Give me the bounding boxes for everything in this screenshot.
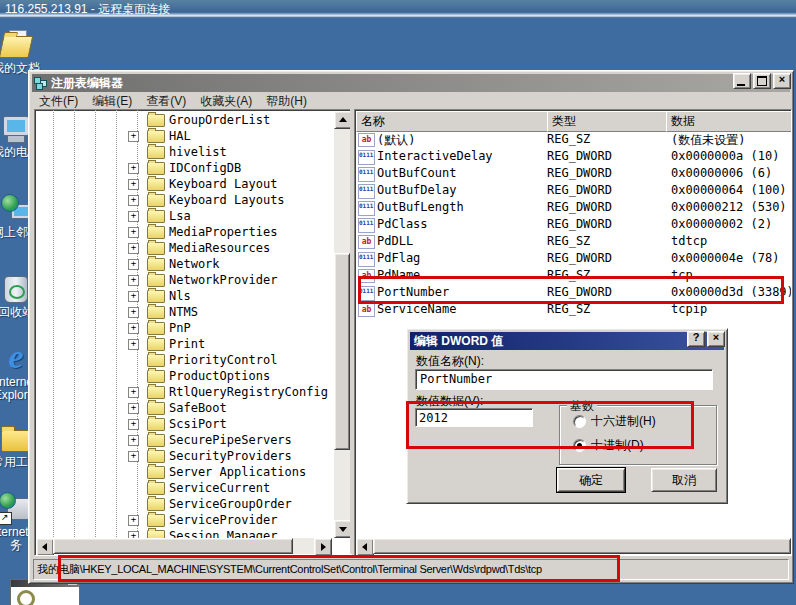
dec-radio-label: 十进制(D) — [591, 437, 644, 454]
menu-item-0[interactable]: 文件(F) — [32, 92, 85, 111]
value-row[interactable]: 011110InteractiveDelayREG_DWORD0x0000000… — [355, 148, 785, 165]
close-button[interactable]: × — [773, 73, 791, 89]
column-header-type[interactable]: 类型 — [547, 111, 667, 132]
expand-plus-icon[interactable]: + — [128, 339, 139, 350]
value-row[interactable]: abPdDLLREG_SZtdtcp — [355, 233, 785, 250]
help-button[interactable]: ? — [687, 331, 705, 347]
expand-plus-icon[interactable]: + — [128, 387, 139, 398]
scroll-left-button[interactable] — [356, 538, 374, 556]
tree-item[interactable]: +NetworkProvider — [35, 272, 325, 288]
expand-plus-icon[interactable]: + — [128, 211, 139, 222]
close-button[interactable]: × — [707, 331, 725, 347]
hex-radio-button[interactable] — [573, 415, 586, 428]
tree-item[interactable]: +Print — [35, 336, 325, 352]
tree-item[interactable]: hivelist — [35, 144, 325, 160]
tree-item[interactable]: +MediaResources — [35, 240, 325, 256]
status-path-field: 我的电脑\HKEY_LOCAL_MACHINE\SYSTEM\CurrentCo… — [33, 559, 789, 580]
registry-editor-titlebar[interactable]: 注册表编辑器 — [32, 74, 790, 92]
expand-plus-icon[interactable]: + — [128, 435, 139, 446]
tree-item[interactable]: +Lsa — [35, 208, 325, 224]
menu-item-3[interactable]: 收藏夹(A) — [193, 92, 259, 111]
tree-item[interactable]: +Keyboard Layouts — [35, 192, 325, 208]
rdp-connection-bar[interactable]: 116.255.213.91 - 远程桌面连接 — [0, 0, 796, 18]
expand-plus-icon[interactable]: + — [128, 323, 139, 334]
list-horizontal-scrollbar[interactable] — [356, 538, 790, 554]
expand-plus-icon[interactable]: + — [128, 291, 139, 302]
tree-item-label: ScsiPort — [169, 417, 227, 431]
tree-item[interactable]: +SecurityProviders — [35, 448, 325, 464]
value-row[interactable]: ab(默认)REG_SZ(数值未设置) — [355, 131, 785, 148]
value-row[interactable]: 011110PdClassREG_DWORD0x00000002 (2) — [355, 216, 785, 233]
cancel-button[interactable]: 取消 — [651, 468, 717, 492]
expand-plus-icon[interactable]: + — [128, 275, 139, 286]
value-data: 0x00000064 (100) — [671, 183, 787, 197]
tree-item[interactable]: ProductOptions — [35, 368, 325, 384]
value-row[interactable]: 011110OutBufLengthREG_DWORD0x00000212 (5… — [355, 199, 785, 216]
tree-item[interactable]: Server Applications — [35, 464, 325, 480]
tree-vscroll-thumb[interactable] — [334, 253, 350, 450]
tree-item[interactable]: GroupOrderList — [35, 112, 325, 128]
desktop-icon-folder-open[interactable]: 我的文档 — [0, 28, 48, 75]
expand-plus-icon[interactable]: + — [128, 259, 139, 270]
value-row[interactable]: 011110OutBufCountREG_DWORD0x00000006 (6) — [355, 165, 785, 182]
tree-item[interactable]: +MediaProperties — [35, 224, 325, 240]
tree-item[interactable]: +NTMS — [35, 304, 325, 320]
tree-item[interactable]: ServiceCurrent — [35, 480, 325, 496]
tree-item[interactable]: PriorityControl — [35, 352, 325, 368]
tree-item[interactable]: +PnP — [35, 320, 325, 336]
tree-item[interactable]: +Keyboard Layout — [35, 176, 325, 192]
value-name: PdFlag — [377, 251, 420, 265]
tree-item[interactable]: ServiceGroupOrder — [35, 496, 325, 512]
tree-hscroll-thumb[interactable] — [53, 538, 293, 554]
maximize-button[interactable] — [753, 73, 771, 89]
ok-button[interactable]: 确定 — [557, 468, 625, 492]
menu-item-2[interactable]: 查看(V) — [139, 92, 193, 111]
value-data: 0x00000006 (6) — [671, 166, 772, 180]
tree-item[interactable]: +IDConfigDB — [35, 160, 325, 176]
minimize-button[interactable] — [733, 73, 751, 89]
tree-horizontal-scrollbar[interactable] — [36, 538, 332, 554]
list-hscroll-thumb[interactable] — [373, 538, 791, 554]
tree-vertical-scrollbar[interactable] — [334, 111, 350, 538]
expand-plus-icon[interactable]: + — [128, 227, 139, 238]
expand-plus-icon[interactable]: + — [128, 515, 139, 526]
tree-item[interactable]: +SecurePipeServers — [35, 432, 325, 448]
column-header-data[interactable]: 数据 — [666, 111, 792, 132]
value-row[interactable]: abPdNameREG_SZtcp — [355, 267, 785, 284]
tree-item[interactable]: +HAL — [35, 128, 325, 144]
folder-icon — [147, 290, 165, 303]
scroll-right-button[interactable] — [314, 538, 332, 556]
menu-item-1[interactable]: 编辑(E) — [85, 92, 139, 111]
menu-item-4[interactable]: 帮助(H) — [259, 92, 314, 111]
value-row[interactable]: 011110OutBufDelayREG_DWORD0x00000064 (10… — [355, 182, 785, 199]
tree-item[interactable]: +ServiceProvider — [35, 512, 325, 528]
expand-plus-icon[interactable]: + — [128, 131, 139, 142]
value-name: PortNumber — [377, 285, 449, 299]
expand-plus-icon[interactable]: + — [128, 243, 139, 254]
tree-item[interactable]: +SafeBoot — [35, 400, 325, 416]
expand-plus-icon[interactable]: + — [128, 179, 139, 190]
tree-item[interactable]: +RtlQueryRegistryConfig — [35, 384, 325, 400]
hex-radio-row[interactable]: 十六进制(H) — [573, 413, 656, 430]
value-row[interactable]: 011110PdFlagREG_DWORD0x0000004e (78) — [355, 250, 785, 267]
expand-plus-icon[interactable]: + — [128, 451, 139, 462]
expand-plus-icon[interactable]: + — [128, 163, 139, 174]
expand-plus-icon[interactable]: + — [128, 403, 139, 414]
value-row[interactable]: 011110PortNumberREG_DWORD0x00000d3d (338… — [355, 284, 785, 301]
tree-item-label: Keyboard Layouts — [169, 193, 285, 207]
value-data-input[interactable] — [415, 408, 533, 427]
tree-item[interactable]: +Nls — [35, 288, 325, 304]
folder-icon — [147, 178, 165, 191]
scroll-left-button[interactable] — [36, 538, 54, 556]
gear-icon — [17, 590, 35, 605]
tree-item[interactable]: +ScsiPort — [35, 416, 325, 432]
dec-radio-button[interactable] — [573, 439, 586, 452]
expand-plus-icon[interactable]: + — [128, 307, 139, 318]
expand-plus-icon[interactable]: + — [128, 419, 139, 430]
value-row[interactable]: abServiceNameREG_SZtcpip — [355, 301, 785, 318]
tree-item[interactable]: +Network — [35, 256, 325, 272]
dec-radio-row[interactable]: 十进制(D) — [573, 437, 644, 454]
dialog-titlebar[interactable]: 编辑 DWORD 值 — [410, 332, 724, 350]
column-header-name[interactable]: 名称 — [356, 111, 548, 132]
expand-plus-icon[interactable]: + — [128, 195, 139, 206]
